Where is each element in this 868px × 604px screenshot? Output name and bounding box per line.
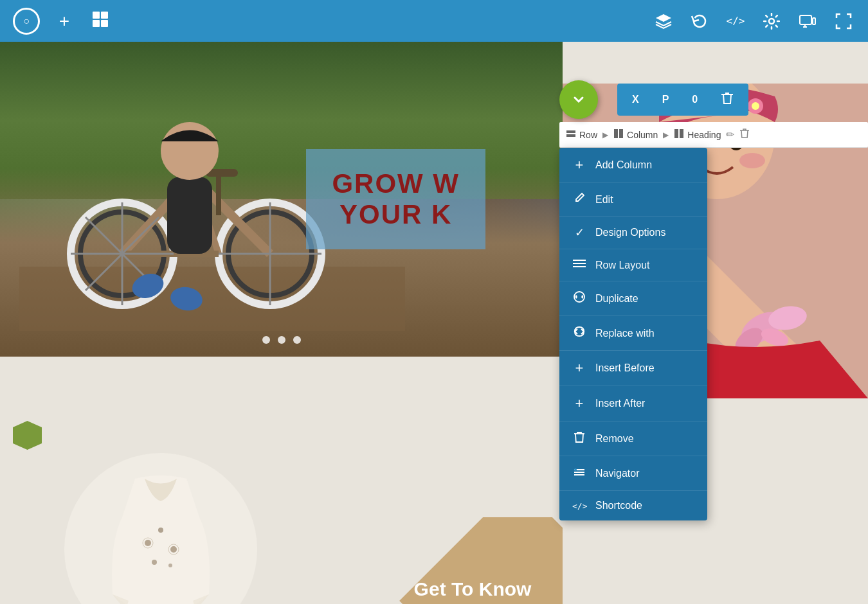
remove-icon (572, 431, 586, 447)
menu-item-duplicate[interactable]: Duplicate (559, 281, 707, 316)
svg-rect-55 (566, 134, 575, 137)
logo-icon: ○ (23, 15, 30, 27)
menu-item-row-layout[interactable]: Row Layout (559, 249, 707, 281)
logo-button[interactable]: ○ (13, 8, 40, 35)
menu-item-navigator[interactable]: Navigator (559, 456, 707, 491)
carousel-dot-3[interactable] (293, 336, 301, 344)
svg-point-47 (145, 540, 151, 546)
breadcrumb-column-label: Column (627, 130, 658, 140)
svg-marker-46 (13, 421, 42, 450)
replace-with-icon (572, 325, 586, 341)
insert-before-icon: + (572, 360, 586, 377)
dropdown-menu: + Add Column Edit ✓ Design Options (559, 148, 707, 520)
breadcrumb-row-label: Row (579, 130, 597, 140)
breadcrumb-heading[interactable]: Heading (674, 129, 721, 141)
layers-button[interactable] (652, 10, 675, 33)
svg-rect-3 (101, 20, 108, 27)
menu-item-replace-with[interactable]: Replace with (559, 316, 707, 351)
get-to-know-container: Get To Know Us (370, 517, 563, 604)
replace-with-label: Replace with (595, 328, 655, 339)
row-layout-icon (572, 258, 586, 272)
column-icon (613, 129, 624, 141)
hero-text-overlay: GROW W YOUR K (306, 149, 485, 249)
shortcode-icon: </> (572, 501, 586, 511)
green-chevron-button[interactable] (559, 80, 598, 119)
duplicate-label: Duplicate (595, 293, 638, 305)
get-to-know-line1: Get To Know (395, 576, 550, 601)
breadcrumb-column[interactable]: Column (613, 129, 658, 141)
top-action-bar: X P 0 (617, 84, 748, 116)
svg-rect-7 (813, 18, 815, 24)
x-button[interactable]: X (627, 91, 644, 109)
get-to-know-line2: Us (395, 601, 550, 604)
duplicate-icon (572, 290, 586, 306)
remove-label: Remove (595, 433, 634, 445)
p-button[interactable]: P (657, 91, 674, 109)
hero-line2: YOUR K (332, 199, 460, 230)
menu-item-insert-after[interactable]: + Insert After (559, 386, 707, 422)
svg-point-64 (574, 468, 577, 471)
insert-after-label: Insert After (595, 398, 645, 409)
main-content: GROW W YOUR K (0, 42, 868, 604)
svg-rect-6 (800, 15, 811, 24)
settings-button[interactable] (760, 10, 783, 33)
row-icon (566, 129, 576, 141)
menu-item-insert-before[interactable]: + Insert Before (559, 351, 707, 386)
add-icon: + (59, 11, 69, 31)
edit-label: Edit (595, 194, 613, 206)
insert-after-icon: + (572, 395, 586, 412)
top-trash-button[interactable] (716, 88, 739, 112)
svg-point-48 (158, 528, 163, 533)
carousel-dot-1[interactable] (262, 336, 270, 344)
breadcrumb-trail: Row ▶ Column ▶ (559, 122, 868, 148)
heading-icon (674, 129, 684, 141)
carousel-dots (262, 336, 301, 344)
svg-point-49 (170, 546, 177, 553)
svg-rect-0 (93, 12, 100, 19)
breadcrumb-heading-label: Heading (687, 130, 721, 140)
layout-button[interactable] (89, 10, 112, 33)
add-button[interactable]: + (53, 10, 76, 33)
breadcrumb-sep-1: ▶ (602, 130, 608, 139)
toolbar-right: </> (652, 10, 855, 33)
toolbar-left: ○ + (13, 8, 112, 35)
edit-icon (572, 192, 586, 207)
layout-icon (91, 10, 109, 32)
device-button[interactable] (796, 10, 819, 33)
get-to-know-text: Get To Know Us (395, 576, 550, 604)
svg-rect-54 (566, 130, 575, 133)
breadcrumb-row[interactable]: Row (566, 129, 597, 141)
navigator-icon (572, 465, 586, 481)
toolbar: ○ + (0, 0, 868, 42)
svg-rect-58 (674, 129, 678, 138)
navigator-label: Navigator (595, 468, 639, 479)
history-button[interactable] (688, 10, 711, 33)
svg-rect-57 (619, 129, 623, 138)
code-button[interactable]: </> (724, 10, 747, 33)
breadcrumb-edit-button[interactable]: ✏ (726, 129, 734, 141)
menu-item-remove[interactable]: Remove (559, 422, 707, 456)
svg-rect-1 (101, 12, 108, 19)
design-options-icon: ✓ (572, 226, 586, 240)
menu-item-add-column[interactable]: + Add Column (559, 148, 707, 183)
svg-point-50 (152, 560, 157, 565)
menu-item-shortcode[interactable]: </> Shortcode (559, 491, 707, 520)
dress-circle (64, 453, 257, 604)
lower-section: Get To Know Us (0, 398, 563, 604)
hero-line1: GROW W (332, 168, 460, 199)
dress-svg (96, 466, 225, 604)
row-layout-label: Row Layout (595, 260, 650, 271)
menu-item-design-options[interactable]: ✓ Design Options (559, 217, 707, 249)
context-menu-overlay: X P 0 Row ▶ (559, 84, 868, 604)
fullscreen-button[interactable] (832, 10, 855, 33)
hero-section: GROW W YOUR K (0, 42, 563, 357)
add-column-icon: + (572, 157, 586, 173)
menu-item-edit[interactable]: Edit (559, 183, 707, 217)
zero-button[interactable]: 0 (687, 91, 703, 109)
hex-decoration (10, 418, 45, 456)
design-options-label: Design Options (595, 227, 665, 238)
add-column-label: Add Column (595, 159, 652, 171)
breadcrumb-trash-button[interactable] (739, 128, 750, 142)
carousel-dot-2[interactable] (278, 336, 285, 344)
breadcrumb-sep-2: ▶ (663, 130, 669, 139)
